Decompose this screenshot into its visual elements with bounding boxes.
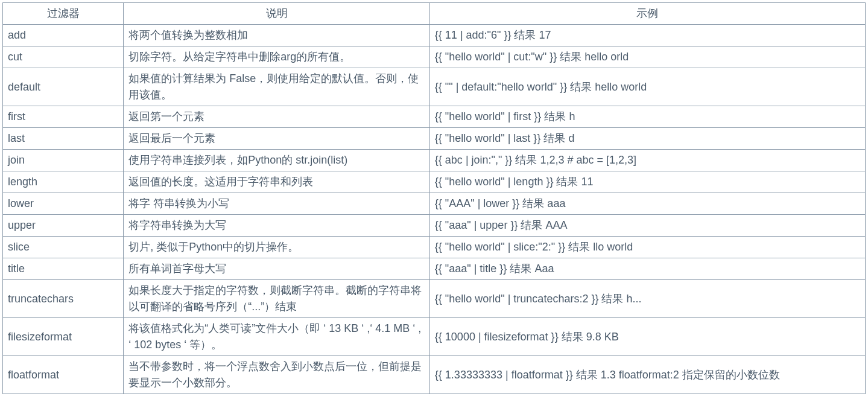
cell-example: {{ "aaa" | title }} 结果 Aaa <box>429 258 865 280</box>
cell-filter: first <box>3 106 124 128</box>
table-row: default如果值的计算结果为 False，则使用给定的默认值。否则，使用该值… <box>3 68 866 106</box>
table-row: floatformat当不带参数时，将一个浮点数舍入到小数点后一位，但前提是要显… <box>3 356 866 394</box>
header-desc: 说明 <box>124 3 430 25</box>
cell-desc: 如果长度大于指定的字符数，则截断字符串。截断的字符串将以可翻译的省略号序列（“.… <box>124 280 430 318</box>
cell-example: {{ "hello world" | last }} 结果 d <box>429 128 865 150</box>
cell-example: {{ 1.33333333 | floatformat }} 结果 1.3 fl… <box>429 356 865 394</box>
cell-desc: 将该值格式化为“人类可读”文件大小（即 ‘ 13 KB ‘ ,‘ 4.1 MB … <box>124 318 430 356</box>
cell-filter: floatformat <box>3 356 124 394</box>
cell-filter: filesizeformat <box>3 318 124 356</box>
cell-example: {{ "AAA" | lower }} 结果 aaa <box>429 193 865 215</box>
cell-filter: add <box>3 25 124 46</box>
cell-desc: 切除字符。从给定字符串中删除arg的所有值。 <box>124 46 430 68</box>
cell-example: {{ 11 | add:"6" }} 结果 17 <box>429 25 865 46</box>
cell-example: {{ abc | join:"," }} 结果 1,2,3 # abc = [1… <box>429 150 865 171</box>
cell-example: {{ "hello world" | first }} 结果 h <box>429 106 865 128</box>
table-row: last返回最后一个元素{{ "hello world" | last }} 结… <box>3 128 866 150</box>
cell-filter: length <box>3 171 124 193</box>
table-row: first返回第一个元素{{ "hello world" | first }} … <box>3 106 866 128</box>
cell-desc: 切片, 类似于Python中的切片操作。 <box>124 237 430 258</box>
table-row: lower将字 符串转换为小写{{ "AAA" | lower }} 结果 aa… <box>3 193 866 215</box>
cell-filter: upper <box>3 215 124 237</box>
cell-example: {{ "aaa" | upper }} 结果 AAA <box>429 215 865 237</box>
table-header-row: 过滤器 说明 示例 <box>3 3 866 25</box>
cell-filter: join <box>3 150 124 171</box>
cell-desc: 使用字符串连接列表，如Python的 str.join(list) <box>124 150 430 171</box>
cell-filter: truncatechars <box>3 280 124 318</box>
table-row: cut切除字符。从给定字符串中删除arg的所有值。{{ "hello world… <box>3 46 866 68</box>
table-row: title所有单词首字母大写{{ "aaa" | title }} 结果 Aaa <box>3 258 866 280</box>
cell-filter: slice <box>3 237 124 258</box>
table-row: add将两个值转换为整数相加{{ 11 | add:"6" }} 结果 17 <box>3 25 866 46</box>
cell-desc: 所有单词首字母大写 <box>124 258 430 280</box>
table-row: upper将字符串转换为大写{{ "aaa" | upper }} 结果 AAA <box>3 215 866 237</box>
cell-desc: 将字符串转换为大写 <box>124 215 430 237</box>
cell-example: {{ "hello world" | length }} 结果 11 <box>429 171 865 193</box>
table-row: filesizeformat将该值格式化为“人类可读”文件大小（即 ‘ 13 K… <box>3 318 866 356</box>
cell-desc: 当不带参数时，将一个浮点数舍入到小数点后一位，但前提是要显示一个小数部分。 <box>124 356 430 394</box>
cell-desc: 返回最后一个元素 <box>124 128 430 150</box>
cell-filter: title <box>3 258 124 280</box>
cell-example: {{ "" | default:"hello world" }} 结果 hell… <box>429 68 865 106</box>
cell-example: {{ "hello world" | cut:"w" }} 结果 hello o… <box>429 46 865 68</box>
cell-filter: lower <box>3 193 124 215</box>
cell-desc: 返回第一个元素 <box>124 106 430 128</box>
filters-table: 过滤器 说明 示例 add将两个值转换为整数相加{{ 11 | add:"6" … <box>2 2 866 394</box>
table-row: length返回值的长度。这适用于字符串和列表{{ "hello world" … <box>3 171 866 193</box>
cell-desc: 将两个值转换为整数相加 <box>124 25 430 46</box>
header-example: 示例 <box>429 3 865 25</box>
cell-desc: 返回值的长度。这适用于字符串和列表 <box>124 171 430 193</box>
cell-desc: 将字 符串转换为小写 <box>124 193 430 215</box>
cell-filter: default <box>3 68 124 106</box>
table-row: join使用字符串连接列表，如Python的 str.join(list){{ … <box>3 150 866 171</box>
cell-example: {{ 10000 | filesizeformat }} 结果 9.8 KB <box>429 318 865 356</box>
cell-example: {{ "hello world" | slice:"2:" }} 结果 llo … <box>429 237 865 258</box>
cell-filter: last <box>3 128 124 150</box>
cell-desc: 如果值的计算结果为 False，则使用给定的默认值。否则，使用该值。 <box>124 68 430 106</box>
table-row: slice切片, 类似于Python中的切片操作。{{ "hello world… <box>3 237 866 258</box>
cell-filter: cut <box>3 46 124 68</box>
header-filter: 过滤器 <box>3 3 124 25</box>
table-row: truncatechars如果长度大于指定的字符数，则截断字符串。截断的字符串将… <box>3 280 866 318</box>
cell-example: {{ "hello world" | truncatechars:2 }} 结果… <box>429 280 865 318</box>
